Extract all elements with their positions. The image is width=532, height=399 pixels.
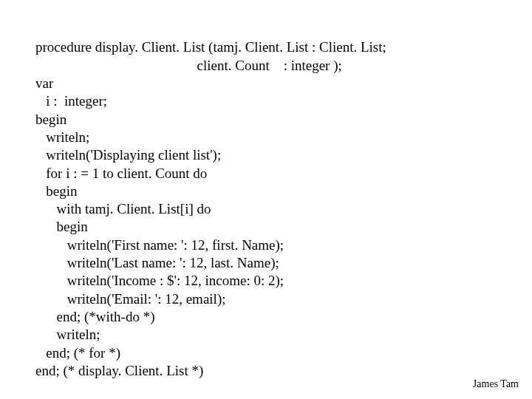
code-line: writeln('Last name: ': 12, last. Name); xyxy=(35,255,279,270)
code-line: end; (*with-do *) xyxy=(35,309,154,324)
code-line: writeln; xyxy=(35,327,100,342)
code-line: writeln('Email: ': 12, email); xyxy=(35,291,225,307)
code-line: writeln; xyxy=(35,129,89,145)
code-line: for i : = 1 to client. Count do xyxy=(35,166,207,181)
code-line: begin xyxy=(35,112,66,127)
code-line: client. Count : integer ); xyxy=(35,58,342,73)
footer-author: James Tam xyxy=(473,378,519,390)
code-line: begin xyxy=(35,219,88,234)
code-line: end; (* display. Client. List *) xyxy=(35,363,203,378)
code-line: writeln('First name: ': 12, first. Name)… xyxy=(35,237,284,253)
code-block: procedure display. Client. List (tamj. C… xyxy=(35,21,502,380)
code-line: writeln('Displaying client list'); xyxy=(35,147,221,163)
code-line: begin xyxy=(35,183,77,199)
code-line: with tamj. Client. List[i] do xyxy=(35,201,211,216)
slide: procedure display. Client. List (tamj. C… xyxy=(0,0,532,399)
code-line: writeln('Income : $': 12, income: 0: 2); xyxy=(35,273,284,288)
code-line: procedure display. Client. List (tamj. C… xyxy=(35,39,386,55)
code-line: i : integer; xyxy=(35,93,107,109)
code-line: end; (* for *) xyxy=(35,345,120,361)
code-line: var xyxy=(35,75,53,91)
